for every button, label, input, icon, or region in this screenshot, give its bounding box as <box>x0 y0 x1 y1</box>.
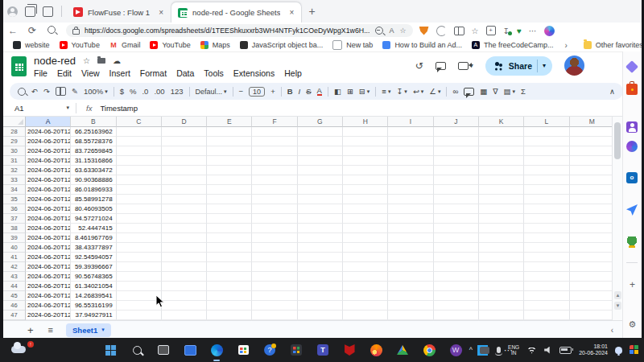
cell-empty[interactable] <box>252 224 297 233</box>
row-header-29[interactable]: 29 <box>3 137 26 146</box>
cell-empty[interactable] <box>162 127 207 137</box>
cell-empty[interactable] <box>570 253 612 262</box>
meet-button[interactable]: ▾ <box>458 62 473 70</box>
cell-empty[interactable] <box>434 311 479 320</box>
cell-empty[interactable] <box>162 301 207 311</box>
scroll-tabs-left-icon[interactable]: ‹ <box>611 326 613 335</box>
cell-empty[interactable] <box>388 301 433 311</box>
cell-timestamp[interactable]: 2024-06-20T12:2 <box>26 224 71 233</box>
column-header-J[interactable]: J <box>434 117 479 127</box>
cell-empty[interactable] <box>434 253 479 262</box>
cell-empty[interactable] <box>524 262 569 272</box>
cell-empty[interactable] <box>479 214 524 224</box>
text-wrap-button[interactable]: ↩▾ <box>413 87 423 96</box>
cell-empty[interactable] <box>388 146 433 156</box>
cell-empty[interactable] <box>207 301 252 311</box>
redo-button[interactable]: ↷ <box>43 87 50 96</box>
cell-empty[interactable] <box>207 214 252 224</box>
cell-empty[interactable] <box>434 224 479 233</box>
column-header-I[interactable]: I <box>388 117 433 127</box>
cell-empty[interactable] <box>479 301 524 311</box>
tab-close-icon[interactable]: × <box>156 8 166 17</box>
cell-empty[interactable] <box>343 233 388 243</box>
doc-title[interactable]: node-red <box>34 55 76 67</box>
cell-empty[interactable] <box>343 185 388 195</box>
cell-value[interactable]: 61.34021054 <box>71 282 116 291</box>
cell-empty[interactable] <box>570 291 612 301</box>
cell-empty[interactable] <box>117 282 162 291</box>
cell-empty[interactable] <box>207 224 252 233</box>
number-format-button[interactable]: 123 <box>171 87 184 96</box>
cell-timestamp[interactable]: 2024-06-20T12:2 <box>26 282 71 291</box>
cell-empty[interactable] <box>162 224 207 233</box>
cell-empty[interactable] <box>162 214 207 224</box>
clock-datetime[interactable]: 18:01 20-06-2024 <box>579 343 608 356</box>
cell-empty[interactable] <box>343 291 388 301</box>
other-favorites-folder[interactable]: Other favorites <box>584 41 643 49</box>
cell-empty[interactable] <box>117 137 162 146</box>
cell-value[interactable]: 66.25163962 <box>71 127 116 137</box>
row-header-34[interactable]: 34 <box>3 185 26 195</box>
cell-empty[interactable] <box>252 195 297 204</box>
sidebar-contacts-icon[interactable] <box>626 121 638 133</box>
cell-empty[interactable] <box>570 185 612 195</box>
browser-essentials-icon[interactable]: ♥ <box>517 27 522 35</box>
cell-empty[interactable] <box>207 262 252 272</box>
cell-empty[interactable] <box>434 146 479 156</box>
cell-empty[interactable] <box>252 166 297 175</box>
column-header-H[interactable]: H <box>343 117 388 127</box>
cell-empty[interactable] <box>207 166 252 175</box>
cell-empty[interactable] <box>117 262 162 272</box>
move-folder-icon[interactable] <box>97 58 105 64</box>
workspaces-button[interactable] <box>21 3 39 19</box>
cell-empty[interactable] <box>117 311 162 320</box>
address-bar[interactable]: https://docs.google.com/spreadsheets/d/1… <box>66 24 413 37</box>
cell-empty[interactable] <box>570 127 612 137</box>
cell-empty[interactable] <box>570 146 612 156</box>
add-sheet-button[interactable]: + <box>27 324 34 336</box>
share-caret-icon[interactable]: ▾ <box>543 62 549 69</box>
cell-empty[interactable] <box>434 233 479 243</box>
wifi-icon[interactable] <box>526 347 537 354</box>
cell-empty[interactable] <box>117 204 162 214</box>
cell-empty[interactable] <box>252 282 297 291</box>
cell-empty[interactable] <box>207 311 252 320</box>
favorite-star-button[interactable]: ☆ <box>399 27 406 35</box>
row-header-31[interactable]: 31 <box>3 156 26 166</box>
cell-empty[interactable] <box>162 291 207 301</box>
cell-empty[interactable] <box>252 137 297 146</box>
scroll-down-button[interactable]: ▼ <box>614 302 621 310</box>
cell-empty[interactable] <box>298 204 343 214</box>
menu-extensions[interactable]: Extensions <box>229 67 279 80</box>
cell-empty[interactable] <box>343 127 388 137</box>
settings-more-icon[interactable]: ⋯ <box>529 27 537 35</box>
scroll-up-button[interactable]: ▲ <box>614 291 621 299</box>
cell-timestamp[interactable]: 2024-06-20T12:2 <box>26 137 71 146</box>
edge-app-button[interactable] <box>208 342 225 358</box>
cell-empty[interactable] <box>343 195 388 204</box>
row-header-44[interactable]: 44 <box>3 282 26 291</box>
cell-empty[interactable] <box>162 311 207 320</box>
taskbar-weather-widget[interactable]: ! <box>8 341 35 359</box>
cell-empty[interactable] <box>162 175 207 185</box>
cell-value[interactable]: 90.56748365 <box>71 272 116 282</box>
cell-timestamp[interactable]: 2024-06-20T12:2 <box>26 166 71 175</box>
bookmark-website[interactable]: website <box>13 41 50 49</box>
cell-timestamp[interactable]: 2024-06-20T12:2 <box>26 291 71 301</box>
cell-empty[interactable] <box>207 137 252 146</box>
favorites-bar-icon[interactable]: ☆ <box>472 27 479 35</box>
account-avatar[interactable] <box>564 56 584 76</box>
cell-empty[interactable] <box>117 253 162 262</box>
cell-empty[interactable] <box>207 175 252 185</box>
cell-empty[interactable] <box>207 253 252 262</box>
version-history-icon[interactable]: ↺ <box>415 60 423 72</box>
vertical-scrollbar[interactable]: ▲ ▼ <box>612 117 623 320</box>
profile-button[interactable] <box>3 3 21 19</box>
cell-empty[interactable] <box>252 127 297 137</box>
bookmark-maps[interactable]: Maps <box>200 41 230 49</box>
cell-empty[interactable] <box>388 185 433 195</box>
cell-empty[interactable] <box>570 272 612 282</box>
cell-empty[interactable] <box>524 214 569 224</box>
cell-empty[interactable] <box>570 204 612 214</box>
cell-empty[interactable] <box>298 156 343 166</box>
